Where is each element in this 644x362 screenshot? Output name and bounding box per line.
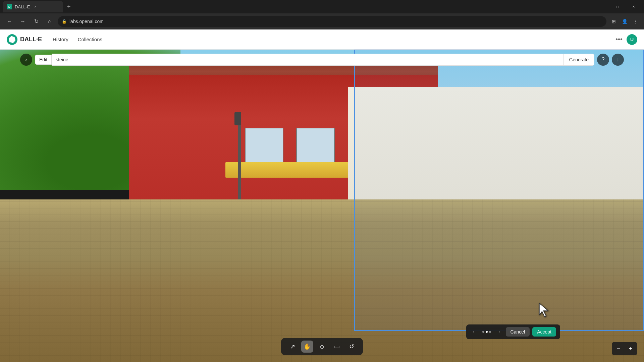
nav-dot-3 [489, 331, 491, 333]
nav-dots [482, 331, 491, 333]
edit-mode-label: Edit [35, 55, 52, 65]
window-controls: ─ □ × [594, 0, 641, 13]
bottom-toolbar: ↗ ✋ ◇ ▭ ↺ [281, 338, 363, 355]
crop-icon: ▭ [334, 343, 340, 350]
back-to-canvas-button[interactable]: ‹ [20, 54, 32, 66]
address-text: labs.openai.com [69, 19, 602, 24]
help-button[interactable]: ? [597, 54, 609, 66]
generate-button[interactable]: Generate [564, 54, 594, 66]
back-arrow-icon: ‹ [25, 56, 27, 63]
crop-tool-button[interactable]: ▭ [331, 341, 343, 353]
cursor-svg [537, 302, 550, 319]
tab-favicon: D [7, 4, 12, 9]
maximize-button[interactable]: □ [610, 0, 625, 13]
new-tab-button[interactable]: + [64, 3, 73, 10]
dalle-logo-svg [9, 36, 15, 43]
close-button[interactable]: × [626, 0, 641, 13]
home-button[interactable]: ⌂ [44, 16, 55, 27]
hand-icon: ✋ [304, 343, 311, 350]
tab-title: DALL-E [15, 4, 30, 9]
accept-button[interactable]: Accept [532, 327, 556, 337]
zoom-controls: − + [612, 342, 637, 355]
user-avatar[interactable]: U [627, 34, 637, 45]
more-options-button[interactable]: ••• [615, 36, 623, 43]
header-actions: ••• U [615, 34, 637, 45]
pointer-tool-button[interactable]: ↗ [286, 341, 299, 353]
reload-button[interactable]: ↻ [31, 16, 42, 27]
nav-bar: ← → ↻ ⌂ 🔒 labs.openai.com ⊞ 👤 ⋮ [0, 13, 644, 29]
rotate-icon: ↺ [349, 343, 354, 350]
settings-icon[interactable]: ⋮ [631, 17, 640, 26]
generation-frame [354, 50, 644, 331]
extensions-icon[interactable]: ⊞ [609, 17, 619, 26]
app-logo: DALL·E [7, 34, 42, 45]
browser-nav-icons: ⊞ 👤 ⋮ [609, 17, 640, 26]
zoom-out-button[interactable]: − [613, 343, 624, 354]
mouse-cursor [537, 302, 550, 322]
window-3 [245, 128, 283, 165]
nav-dot-1 [482, 331, 484, 333]
zoom-in-button[interactable]: + [625, 343, 636, 354]
lasso-icon: ◇ [320, 343, 324, 350]
address-bar[interactable]: 🔒 labs.openai.com [58, 16, 606, 27]
nav-popup: ← → Cancel Accept [466, 324, 560, 339]
cancel-button[interactable]: Cancel [506, 327, 530, 337]
nav-forward-arrow[interactable]: → [494, 327, 503, 337]
lasso-tool-button[interactable]: ◇ [316, 341, 328, 353]
main-canvas: Generation frame: 1024 × ... ‹ Edit Gene… [0, 50, 644, 362]
edit-bar: ‹ Edit Generate ? ↓ [0, 54, 644, 66]
window-1 [296, 128, 335, 165]
lamp-head [234, 112, 241, 125]
tab-bar: D DALL-E × + ─ □ × [0, 0, 644, 13]
prompt-input[interactable] [52, 54, 564, 66]
pointer-icon: ↗ [290, 343, 295, 350]
forward-button[interactable]: → [17, 16, 28, 27]
browser-tab[interactable]: D DALL-E × [3, 1, 63, 12]
nav-back-arrow[interactable]: ← [470, 327, 480, 337]
rotate-tool-button[interactable]: ↺ [345, 341, 358, 353]
app-nav: History Collections [49, 35, 106, 44]
tab-close-button[interactable]: × [33, 4, 38, 9]
hand-tool-button[interactable]: ✋ [301, 341, 313, 353]
app-name: DALL·E [20, 36, 42, 43]
minimize-button[interactable]: ─ [594, 0, 609, 13]
logo-icon [7, 34, 17, 45]
back-button[interactable]: ← [4, 16, 15, 27]
nav-link-history[interactable]: History [49, 35, 72, 44]
nav-link-collections[interactable]: Collections [74, 35, 106, 44]
profile-icon[interactable]: 👤 [620, 17, 629, 26]
download-button[interactable]: ↓ [612, 54, 624, 66]
lock-icon: 🔒 [62, 19, 67, 24]
app-header: DALL·E History Collections ••• U [0, 29, 644, 50]
nav-dot-2 [486, 331, 488, 333]
